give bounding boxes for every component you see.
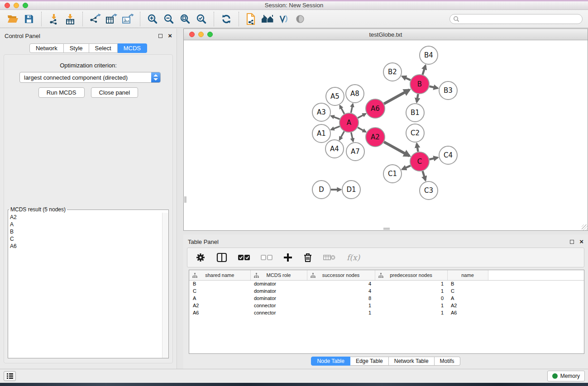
tab-network[interactable]: Network (29, 43, 64, 53)
zoom-out-icon[interactable] (161, 12, 177, 26)
graph-node-C2[interactable]: C2 (406, 124, 424, 142)
graph-node-A[interactable]: A (339, 113, 359, 132)
memory-button[interactable]: Memory (547, 371, 585, 381)
graph-edge-A-A3[interactable] (331, 116, 339, 119)
graph-edge-C-C1[interactable] (402, 166, 411, 169)
close-table-panel-icon[interactable]: × (579, 239, 583, 244)
result-list-item[interactable]: A6 (10, 243, 162, 250)
graph-edge-A2-C[interactable] (384, 142, 409, 156)
graph-node-A8[interactable]: A8 (346, 85, 364, 103)
zoom-fit-icon[interactable] (177, 12, 193, 26)
float-table-panel-icon[interactable] (570, 240, 574, 244)
graph-node-A1[interactable]: A1 (312, 124, 330, 143)
add-column-icon[interactable] (283, 253, 292, 262)
settings-gear-icon[interactable] (196, 253, 206, 262)
window-titlebar[interactable]: Session: New Session (0, 1, 588, 10)
graph-edge-C-C2[interactable] (417, 143, 418, 152)
column-header[interactable]: shared name (189, 270, 250, 280)
graph-node-B[interactable]: B (410, 75, 429, 94)
task-history-button[interactable] (4, 371, 16, 381)
graph-edge-C-C4[interactable] (429, 157, 437, 159)
deselect-all-rows-icon[interactable] (261, 254, 272, 261)
result-scrollbar[interactable] (162, 213, 168, 358)
tab-node-table[interactable]: Node Table (311, 357, 350, 366)
graph-edge-B-B3[interactable] (429, 86, 437, 88)
graph-node-C4[interactable]: C4 (439, 146, 457, 164)
close-panel-button[interactable]: Close panel (91, 87, 139, 98)
tab-mcds[interactable]: MCDS (118, 43, 147, 53)
resize-grip-icon[interactable] (582, 224, 588, 230)
function-builder-icon[interactable]: f(x) (347, 253, 360, 262)
graph-edge-B-B4[interactable] (423, 66, 425, 75)
open-file-icon[interactable] (5, 12, 21, 26)
minimize-window-icon[interactable] (14, 3, 19, 8)
birds-eye-view-icon[interactable] (292, 12, 308, 26)
result-list-item[interactable]: A2 (10, 214, 162, 221)
vertical-scroll-thumb[interactable] (184, 196, 186, 203)
export-table-icon[interactable] (103, 12, 120, 26)
graph-node-A3[interactable]: A3 (312, 103, 330, 121)
import-table-icon[interactable] (62, 12, 78, 26)
export-network-icon[interactable] (87, 12, 103, 26)
column-header[interactable]: MCDS role (250, 270, 307, 280)
graph-node-B4[interactable]: B4 (420, 46, 438, 64)
graph-edge-A-A5[interactable] (340, 105, 344, 114)
table-row[interactable]: Adominator80A (189, 295, 584, 302)
graph-edge-B-B2[interactable] (402, 76, 411, 80)
graph-node-A6[interactable]: A6 (366, 99, 385, 118)
graph-edge-A6-B[interactable] (384, 90, 409, 104)
search-input[interactable] (449, 14, 583, 24)
graph-node-B2[interactable]: B2 (383, 63, 402, 81)
delete-column-icon[interactable] (303, 253, 312, 262)
graph-edge-A-A8[interactable] (351, 104, 353, 113)
tab-network-table[interactable]: Network Table (389, 357, 435, 366)
graph-edge-A-A2[interactable] (358, 128, 366, 132)
graph-node-D1[interactable]: D1 (342, 181, 360, 199)
close-network-icon[interactable] (189, 32, 195, 37)
table-row[interactable]: Bdominator41B (189, 280, 584, 287)
graph-edge-A-A4[interactable] (339, 131, 344, 140)
run-mcds-button[interactable]: Run MCDS (38, 87, 85, 98)
toggle-graphics-details-icon[interactable] (276, 12, 292, 26)
node-table-header[interactable]: shared nameMCDS rolesuccessor nodesprede… (189, 270, 584, 280)
network-canvas[interactable]: AA1A2A3A4A5A6A7A8BB1B2B3B4CC1C2C3C4DD1 (184, 41, 588, 230)
zoom-in-icon[interactable] (144, 12, 161, 26)
graph-node-C3[interactable]: C3 (420, 181, 438, 200)
tab-select[interactable]: Select (89, 43, 118, 53)
tab-edge-table[interactable]: Edge Table (350, 357, 389, 366)
graph-edge-A-A1[interactable] (331, 126, 339, 130)
criterion-dropdown[interactable]: largest connected component (directed) (19, 72, 161, 83)
import-network-icon[interactable] (46, 12, 62, 26)
tab-style[interactable]: Style (64, 43, 89, 53)
table-row[interactable]: Cdominator41C (189, 287, 584, 295)
zoom-selected-icon[interactable] (193, 12, 210, 26)
graph-node-A4[interactable]: A4 (325, 140, 344, 158)
home-icon[interactable] (259, 12, 276, 26)
minimize-network-icon[interactable] (198, 32, 204, 37)
column-header[interactable]: name (447, 270, 488, 280)
column-header[interactable]: predecessor nodes (375, 270, 447, 280)
graph-node-A7[interactable]: A7 (346, 143, 364, 161)
save-session-icon[interactable] (21, 12, 37, 26)
graph-node-D[interactable]: D (312, 181, 330, 199)
graph-node-A2[interactable]: A2 (366, 128, 385, 147)
export-image-icon[interactable] (120, 12, 136, 26)
close-window-icon[interactable] (5, 3, 10, 8)
graph-edge-B-B1[interactable] (417, 94, 418, 102)
tab-motifs[interactable]: Motifs (435, 357, 460, 366)
table-row[interactable]: A6connector11A6 (189, 309, 584, 316)
column-header[interactable]: successor nodes (307, 270, 375, 280)
refresh-icon[interactable] (218, 12, 234, 26)
table-row[interactable]: A2connector11A2 (189, 302, 584, 309)
delete-table-icon[interactable] (323, 254, 336, 261)
graph-node-B1[interactable]: B1 (406, 104, 424, 122)
network-document-icon[interactable] (243, 12, 259, 26)
result-list-item[interactable]: B (10, 228, 162, 235)
network-window-titlebar[interactable]: testGlobe.txt (184, 29, 588, 40)
select-all-rows-icon[interactable] (238, 254, 250, 261)
result-list-item[interactable]: A (10, 221, 162, 228)
graph-node-A5[interactable]: A5 (326, 87, 344, 105)
graph-edge-A-A7[interactable] (351, 132, 353, 141)
graph-node-B3[interactable]: B3 (439, 81, 457, 100)
float-panel-icon[interactable] (158, 34, 163, 38)
